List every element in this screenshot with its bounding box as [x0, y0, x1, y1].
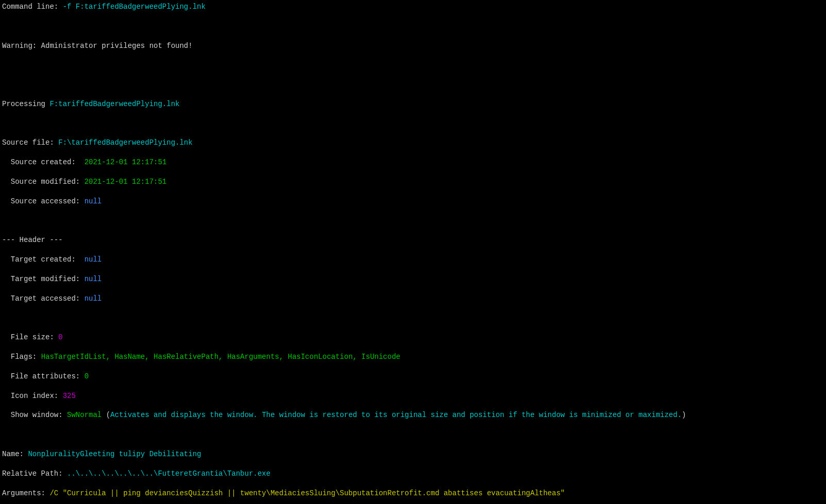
line-processing: Processing F:tariffedBadgerweedPlying.ln… [2, 99, 824, 109]
blank [2, 216, 824, 226]
blank [2, 119, 824, 129]
line-source-modified: Source modified: 2021-12-01 12:17:51 [2, 177, 824, 187]
line-icon-index: Icon index: 325 [2, 391, 824, 401]
line-target-accessed: Target accessed: null [2, 294, 824, 304]
line-file-size: File size: 0 [2, 333, 824, 342]
line-arguments: Arguments: /C "Curricula || ping devianc… [2, 489, 824, 498]
line-show-window: Show window: SwNormal (Activates and dis… [2, 410, 824, 420]
line-file-attributes: File attributes: 0 [2, 372, 824, 381]
blank [2, 314, 824, 323]
line-source-file: Source file: F:\tariffedBadgerweedPlying… [2, 138, 824, 148]
blank [2, 22, 824, 31]
line-header: --- Header --- [2, 235, 824, 245]
blank [2, 60, 824, 70]
line-target-modified: Target modified: null [2, 274, 824, 284]
line-source-created: Source created: 2021-12-01 12:17:51 [2, 158, 824, 167]
line-flags: Flags: HasTargetIdList, HasName, HasRela… [2, 352, 824, 362]
line-target-created: Target created: null [2, 255, 824, 265]
blank [2, 80, 824, 90]
line-name: Name: NonpluralityGleeting tulipy Debili… [2, 449, 824, 459]
blank [2, 430, 824, 440]
terminal-output: Command line: -f F:tariffedBadgerweedPly… [0, 0, 826, 504]
line-warning: Warning: Administrator privileges not fo… [2, 41, 824, 51]
line-relative-path: Relative Path: ..\..\..\..\..\..\..\Futt… [2, 469, 824, 479]
line-cmdline: Command line: -f F:tariffedBadgerweedPly… [2, 2, 824, 12]
line-source-accessed: Source accessed: null [2, 197, 824, 206]
